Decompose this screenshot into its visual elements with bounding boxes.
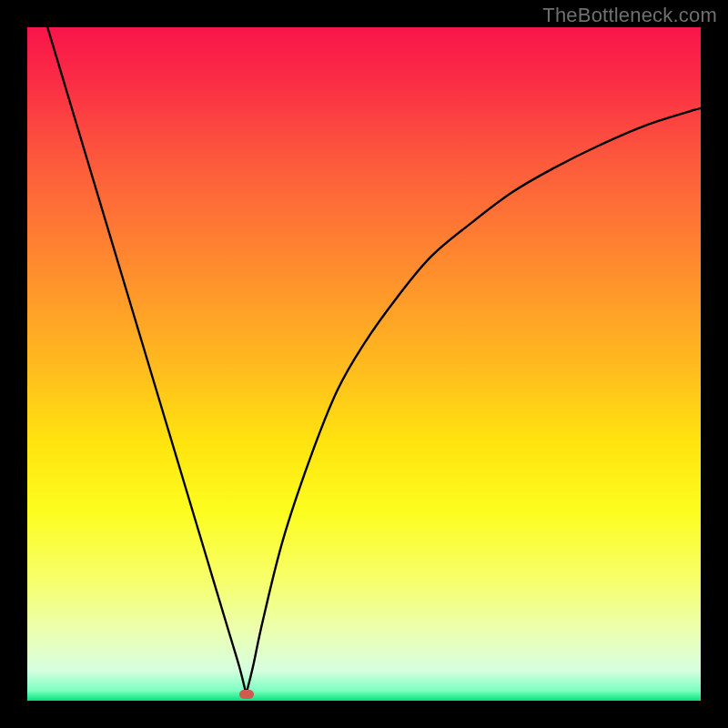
plot-area <box>27 27 701 701</box>
optimal-point-marker <box>239 690 254 699</box>
chart-stage: TheBottleneck.com <box>0 0 728 728</box>
watermark-text: TheBottleneck.com <box>542 4 717 27</box>
bottleneck-curve <box>27 27 701 701</box>
